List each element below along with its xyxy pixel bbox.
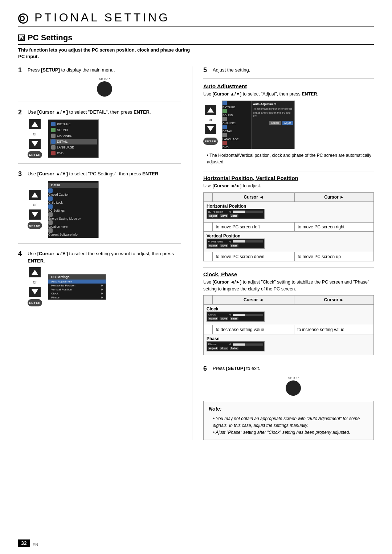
step-4-number: 4 bbox=[18, 250, 25, 264]
menu-item-sound: SOUND bbox=[50, 127, 97, 133]
pc-settings-menu-title: PC Settings bbox=[48, 274, 106, 280]
enter-button-icon: ENTER bbox=[28, 222, 42, 229]
detail-item-pc-settings: PC Settings bbox=[48, 204, 98, 212]
cursor-down-icon bbox=[205, 124, 216, 134]
clock-phase-desc: Use [Cursor ◄/►] to adjust "Clock" setti… bbox=[203, 279, 374, 293]
page-number: 32 bbox=[18, 539, 30, 547]
step-3: 3 Use [Cursor ▲/▼] to select "PC Setting… bbox=[18, 170, 181, 244]
setup-label: SETUP bbox=[28, 77, 181, 81]
clock-phase-section: Clock, Phase Use [Cursor ◄/►] to adjust … bbox=[203, 267, 374, 355]
cursor-up-icon bbox=[29, 119, 41, 129]
section-description: This function lets you adjust the PC scr… bbox=[18, 47, 374, 60]
note-bullet-1: You may not obtain an appropriate screen… bbox=[213, 415, 368, 429]
enter-button-icon: ENTER bbox=[28, 299, 42, 306]
step-4-arrows: or ENTER bbox=[28, 267, 42, 306]
step-1-header: 1 Press [SETUP] to display the main menu… bbox=[18, 66, 181, 74]
h-position-screen: H. Position 0 Adjust Move Enter bbox=[207, 209, 265, 219]
step-1-number: 1 bbox=[18, 66, 25, 74]
page-header: O PTIONAL SETTING bbox=[18, 11, 374, 27]
v-position-empty bbox=[204, 252, 213, 261]
clock-table-empty bbox=[204, 296, 213, 305]
menu-item-picture: PICTURE bbox=[50, 121, 97, 127]
main-content: 1 Press [SETUP] to display the main menu… bbox=[18, 66, 374, 440]
menu-item-dvd: DVD bbox=[50, 150, 97, 156]
h-position-empty bbox=[204, 222, 213, 231]
page-footer-lang: EN bbox=[33, 542, 38, 547]
pc-settings-clock: Clock0 bbox=[48, 292, 106, 296]
detail-item-energy: Energy Saving Mode On bbox=[48, 212, 98, 220]
right-column: 5 Adjust the setting. Auto Adjustment Us… bbox=[192, 66, 374, 440]
left-column: 1 Press [SETUP] to display the main menu… bbox=[18, 66, 192, 440]
detail-item-child-lock: Child Lock bbox=[48, 196, 98, 204]
detail-item-closed-caption: Closed Caption bbox=[48, 188, 98, 196]
step-4-header: 4 Use [Cursor ▲/▼] to select the setting… bbox=[18, 250, 181, 264]
v-position-right-value: to move PC screen up bbox=[295, 252, 374, 261]
step-6-number: 6 bbox=[203, 365, 211, 372]
auto-adjustment-menu-screenshot: PICTURE SOUND CHANNEL DETAIL LANGUAGE DV… bbox=[222, 101, 295, 149]
horizontal-vertical-section: Horizontal Position, Vertical Position U… bbox=[203, 171, 374, 261]
step-5-header: 5 Adjust the setting. bbox=[203, 66, 374, 79]
clock-phase-title: Clock, Phase bbox=[203, 271, 374, 277]
page: O PTIONAL SETTING ☑ PC Settings This fun… bbox=[0, 0, 392, 554]
cursor-right-header: Cursor ► bbox=[295, 192, 374, 201]
step-3-arrows: or ENTER bbox=[28, 190, 42, 229]
o-circle-icon: O bbox=[18, 13, 28, 24]
v-position-screen: V. Position 0 Adjust Move Enter bbox=[207, 239, 265, 249]
step-6-setup-label: SETUP bbox=[213, 376, 374, 380]
step-6-text: Press [SETUP] to exit. bbox=[213, 365, 260, 372]
auto-adjustment-bullet: The Horizontal/Vertical position, clock … bbox=[207, 152, 374, 165]
clock-row-header: Clock Clock 0 Adjust Move bbox=[204, 305, 374, 325]
cursor-up-icon bbox=[29, 267, 41, 277]
cursor-down-icon bbox=[29, 287, 41, 297]
section-title: ☑ PC Settings bbox=[18, 33, 374, 45]
step-2-text: Use [Cursor ▲/▼] to select "DETAIL", the… bbox=[28, 109, 151, 116]
step-1-content: SETUP bbox=[28, 77, 181, 97]
step-2-number: 2 bbox=[18, 109, 25, 116]
auto-adj-dvd: DVD bbox=[222, 141, 251, 149]
step-6: 6 Press [SETUP] to exit. bbox=[203, 361, 374, 372]
clock-phase-empty bbox=[204, 325, 213, 334]
table-empty-header bbox=[204, 192, 213, 201]
auto-adjustment-section: Auto Adjustment Use [Cursor ▲/▼] to sele… bbox=[203, 83, 374, 165]
step-3-content: or ENTER Detail Closed Caption Child Loc… bbox=[28, 181, 181, 238]
setup-button-icon bbox=[286, 380, 301, 396]
step-3-number: 3 bbox=[18, 170, 25, 178]
detail-item-location: Location Home bbox=[48, 220, 98, 228]
main-menu-screenshot: PICTURE SOUND CHANNEL DETAIL LANGUAGE DV… bbox=[48, 119, 99, 158]
note-title: Note: bbox=[209, 405, 368, 413]
step-3-header: 3 Use [Cursor ▲/▼] to select "PC Setting… bbox=[18, 170, 181, 178]
step-5-number: 5 bbox=[203, 66, 211, 74]
note-bullet-2: Ajust "Phase" setting after "Clock" sett… bbox=[213, 429, 368, 436]
auto-adj-language: LANGUAGE bbox=[222, 133, 251, 141]
pc-settings-menu-screenshot: PC Settings Auto Adjustment Horizontal P… bbox=[48, 274, 106, 300]
clock-screen: Clock 0 Adjust Move Enter bbox=[207, 311, 265, 322]
step-2-header: 2 Use [Cursor ▲/▼] to select "DETAIL", t… bbox=[18, 109, 181, 116]
step-6-button: SETUP bbox=[213, 376, 374, 396]
detail-menu-title: Detail bbox=[48, 183, 98, 188]
checkbox-icon: ☑ bbox=[18, 34, 25, 41]
pc-settings-phase: Phase0 bbox=[48, 296, 106, 300]
h-position-left-value: to move PC screen left bbox=[213, 222, 295, 231]
clock-cursor-left: Cursor ◄ bbox=[213, 296, 294, 305]
phase-screen: Phase 0 Adjust Move Enter bbox=[207, 341, 265, 351]
phase-row-header: Phase Phase 0 Adjust Move bbox=[204, 334, 374, 355]
detail-menu-screenshot: Detail Closed Caption Child Lock PC Sett… bbox=[48, 181, 99, 238]
auto-adj-right-panel: Auto Adjustment To automatically synchro… bbox=[252, 101, 294, 149]
step-4-text: Use [Cursor ▲/▼] to select the setting y… bbox=[28, 250, 181, 264]
auto-adj-left-menu: PICTURE SOUND CHANNEL DETAIL LANGUAGE DV… bbox=[222, 101, 252, 149]
h-v-position-title: Horizontal Position, Vertical Position bbox=[203, 175, 374, 181]
cursor-down-icon bbox=[29, 209, 41, 220]
auto-adjustment-illustration: or ENTER PICTURE SOUND CHANNEL bbox=[203, 101, 374, 149]
auto-adj-picture: PICTURE bbox=[222, 101, 251, 109]
pc-settings-auto-adj: Auto Adjustment bbox=[48, 280, 106, 284]
step-4: 4 Use [Cursor ▲/▼] to select the setting… bbox=[18, 250, 181, 311]
clock-cursor-right: Cursor ► bbox=[294, 296, 374, 305]
pc-settings-v-pos: Vertical Position0 bbox=[48, 288, 106, 292]
detail-item-software: Current Software Info bbox=[48, 228, 98, 236]
cursor-left-header: Cursor ◄ bbox=[213, 192, 295, 201]
step-1: 1 Press [SETUP] to display the main menu… bbox=[18, 66, 181, 102]
step-2-content: or ENTER PICTURE SOUND CHANNEL DETAIL LA… bbox=[28, 119, 181, 158]
auto-adj-arrows: or ENTER bbox=[203, 105, 218, 145]
step-2: 2 Use [Cursor ▲/▼] to select "DETAIL", t… bbox=[18, 109, 181, 164]
adjust-button: Adjust bbox=[282, 121, 293, 125]
